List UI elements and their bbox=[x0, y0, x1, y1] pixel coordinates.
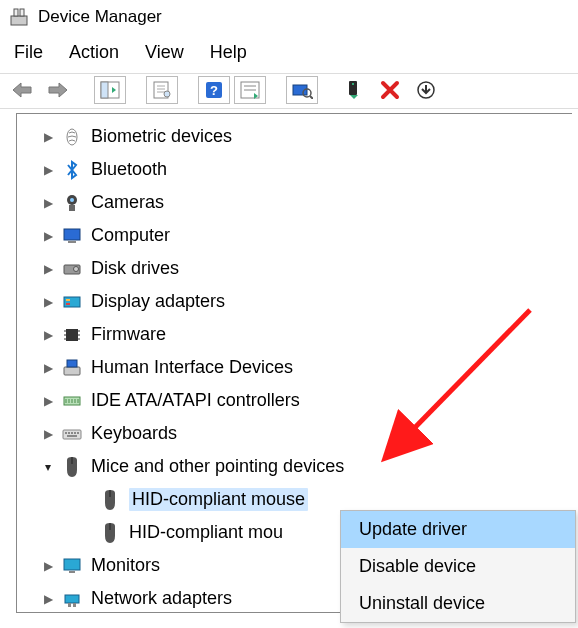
tree-item-firmware[interactable]: ▶ Firmware bbox=[17, 318, 572, 351]
tree-item-label: HID-compliant mou bbox=[129, 522, 283, 543]
chevron-right-icon[interactable]: ▶ bbox=[39, 229, 57, 243]
uninstall-button[interactable] bbox=[410, 76, 442, 104]
svg-rect-50 bbox=[71, 432, 73, 434]
tree-item-label: Biometric devices bbox=[91, 126, 232, 147]
chevron-right-icon[interactable]: ▶ bbox=[39, 163, 57, 177]
chevron-right-icon[interactable]: ▶ bbox=[39, 262, 57, 276]
tree-item-keyboards[interactable]: ▶ Keyboards bbox=[17, 417, 572, 450]
tree-item-hid[interactable]: ▶ Human Interface Devices bbox=[17, 351, 572, 384]
context-uninstall-device[interactable]: Uninstall device bbox=[341, 585, 575, 622]
tree-item-cameras[interactable]: ▶ Cameras bbox=[17, 186, 572, 219]
window-title: Device Manager bbox=[38, 7, 162, 27]
tree-item-ide[interactable]: ▶ IDE ATA/ATAPI controllers bbox=[17, 384, 572, 417]
computer-icon bbox=[61, 225, 83, 247]
back-button[interactable] bbox=[6, 76, 38, 104]
tree-item-bluetooth[interactable]: ▶ Bluetooth bbox=[17, 153, 572, 186]
title-bar: Device Manager bbox=[0, 0, 578, 34]
display-adapter-icon bbox=[61, 291, 83, 313]
svg-rect-1 bbox=[14, 9, 18, 16]
chevron-down-icon[interactable]: ▾ bbox=[39, 460, 57, 474]
svg-rect-48 bbox=[65, 432, 67, 434]
tree-item-label: Cameras bbox=[91, 192, 164, 213]
chevron-right-icon[interactable]: ▶ bbox=[39, 295, 57, 309]
tree-item-label: Computer bbox=[91, 225, 170, 246]
svg-rect-53 bbox=[67, 435, 77, 437]
svg-rect-0 bbox=[11, 16, 27, 25]
toolbar: ? bbox=[0, 73, 578, 109]
chevron-right-icon[interactable]: ▶ bbox=[39, 559, 57, 573]
menu-bar: File Action View Help bbox=[0, 34, 578, 73]
scan-hardware-button[interactable] bbox=[286, 76, 318, 104]
chevron-right-icon[interactable]: ▶ bbox=[39, 361, 57, 375]
network-icon bbox=[61, 588, 83, 610]
monitor-icon bbox=[61, 555, 83, 577]
svg-rect-49 bbox=[68, 432, 70, 434]
mouse-icon bbox=[99, 489, 121, 511]
svg-rect-26 bbox=[68, 241, 76, 243]
tree-item-label: Mice and other pointing devices bbox=[91, 456, 344, 477]
svg-rect-31 bbox=[66, 303, 70, 305]
svg-rect-47 bbox=[63, 430, 81, 439]
disk-icon bbox=[61, 258, 83, 280]
tree-item-label: Disk drives bbox=[91, 258, 179, 279]
delete-button[interactable] bbox=[374, 76, 406, 104]
tree-item-label: Human Interface Devices bbox=[91, 357, 293, 378]
bluetooth-icon bbox=[61, 159, 83, 181]
help-button[interactable]: ? bbox=[198, 76, 230, 104]
biometric-icon bbox=[61, 126, 83, 148]
tree-item-label: Network adapters bbox=[91, 588, 232, 609]
chevron-right-icon[interactable]: ▶ bbox=[39, 427, 57, 441]
properties-sheet-button[interactable] bbox=[146, 76, 178, 104]
tree-item-disk[interactable]: ▶ Disk drives bbox=[17, 252, 572, 285]
svg-rect-29 bbox=[64, 297, 80, 307]
chevron-right-icon[interactable]: ▶ bbox=[39, 394, 57, 408]
tree-item-label: Keyboards bbox=[91, 423, 177, 444]
context-menu: Update driver Disable device Uninstall d… bbox=[340, 510, 576, 623]
svg-rect-51 bbox=[74, 432, 76, 434]
svg-rect-2 bbox=[20, 9, 24, 16]
tree-item-computer[interactable]: ▶ Computer bbox=[17, 219, 572, 252]
tree-item-label: Monitors bbox=[91, 555, 160, 576]
svg-rect-30 bbox=[66, 299, 70, 301]
svg-point-23 bbox=[70, 198, 74, 202]
keyboard-icon bbox=[61, 423, 83, 445]
tree-item-label: Display adapters bbox=[91, 291, 225, 312]
forward-button[interactable] bbox=[42, 76, 74, 104]
tree-item-mice[interactable]: ▾ Mice and other pointing devices bbox=[17, 450, 572, 483]
ide-icon bbox=[61, 390, 83, 412]
svg-rect-19 bbox=[352, 83, 354, 85]
menu-file[interactable]: File bbox=[14, 42, 43, 63]
svg-point-28 bbox=[74, 266, 79, 271]
svg-line-17 bbox=[310, 96, 313, 99]
svg-rect-4 bbox=[101, 82, 108, 98]
svg-rect-61 bbox=[73, 603, 76, 607]
svg-rect-57 bbox=[64, 559, 80, 570]
action-list-button[interactable] bbox=[234, 76, 266, 104]
menu-action[interactable]: Action bbox=[69, 42, 119, 63]
svg-point-9 bbox=[164, 91, 170, 97]
svg-rect-58 bbox=[69, 571, 75, 573]
mouse-icon bbox=[61, 456, 83, 478]
enable-device-button[interactable] bbox=[338, 76, 370, 104]
hid-icon bbox=[61, 357, 83, 379]
context-update-driver[interactable]: Update driver bbox=[341, 511, 575, 548]
svg-rect-39 bbox=[64, 367, 80, 375]
app-icon bbox=[8, 6, 30, 28]
tree-item-label: HID-compliant mouse bbox=[129, 488, 308, 511]
tree-item-display[interactable]: ▶ Display adapters bbox=[17, 285, 572, 318]
svg-rect-60 bbox=[68, 603, 71, 607]
show-hide-tree-button[interactable] bbox=[94, 76, 126, 104]
chevron-right-icon[interactable]: ▶ bbox=[39, 328, 57, 342]
context-disable-device[interactable]: Disable device bbox=[341, 548, 575, 585]
tree-item-biometric[interactable]: ▶ Biometric devices bbox=[17, 120, 572, 153]
svg-rect-59 bbox=[65, 595, 79, 603]
svg-rect-24 bbox=[69, 205, 75, 211]
mouse-icon bbox=[99, 522, 121, 544]
chevron-right-icon[interactable]: ▶ bbox=[39, 196, 57, 210]
tree-item-label: IDE ATA/ATAPI controllers bbox=[91, 390, 300, 411]
chevron-right-icon[interactable]: ▶ bbox=[39, 130, 57, 144]
menu-help[interactable]: Help bbox=[210, 42, 247, 63]
chevron-right-icon[interactable]: ▶ bbox=[39, 592, 57, 606]
menu-view[interactable]: View bbox=[145, 42, 184, 63]
svg-rect-25 bbox=[64, 229, 80, 240]
